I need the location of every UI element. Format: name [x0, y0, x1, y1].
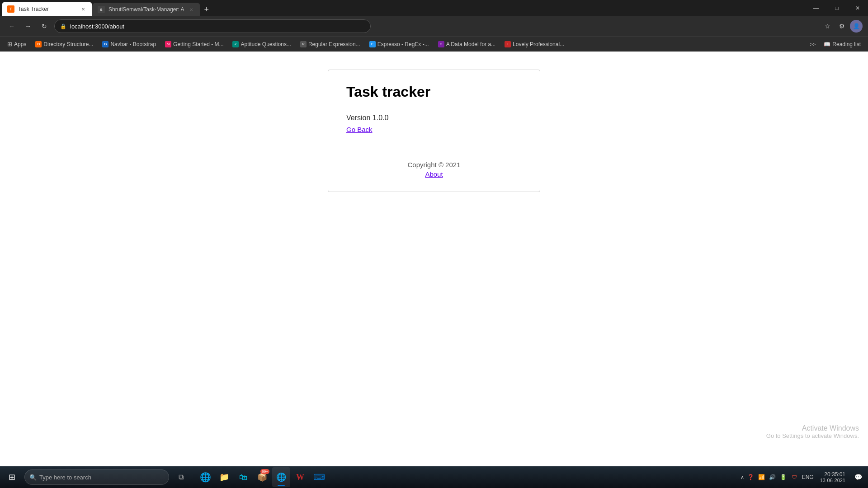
back-button[interactable]: ← — [5, 20, 18, 33]
chrome-active-indicator — [278, 485, 285, 486]
tab-title-task-tracker: Task Tracker — [18, 6, 76, 12]
app-title: Task tracker — [346, 84, 522, 100]
forward-button[interactable]: → — [22, 20, 34, 33]
bookmark-favicon-getting-started: M — [165, 41, 171, 47]
about-link[interactable]: About — [346, 170, 522, 178]
address-input[interactable]: 🔒 localhost:3000/about — [54, 19, 371, 33]
bookmark-regex[interactable]: R Regular Expression... — [297, 39, 364, 49]
taskbar-search[interactable]: 🔍 Type here to search — [24, 469, 169, 485]
profile-avatar[interactable]: 👤 — [850, 20, 863, 33]
task-view-button[interactable]: ⧉ — [172, 467, 190, 487]
tray-expand-icon[interactable]: ∧ — [740, 474, 745, 480]
bookmark-label-regex: Regular Expression... — [308, 41, 360, 47]
bookmark-favicon-aptitude: ✓ — [232, 41, 239, 47]
bookmark-data-model[interactable]: D A Data Model for a... — [434, 39, 499, 49]
counter-badge: 99+ — [260, 469, 269, 474]
window-controls: — □ ✕ — [806, 0, 868, 16]
tab-favicon-task-tracker: T — [7, 5, 14, 13]
help-icon[interactable]: ❓ — [746, 472, 756, 482]
go-back-link[interactable]: Go Back — [346, 126, 373, 133]
bookmark-espresso[interactable]: E Espresso - RegEx -... — [366, 39, 433, 49]
store-icon: 🛍 — [239, 473, 247, 482]
bookmark-favicon-directory: D — [35, 41, 42, 47]
bookmark-star-icon[interactable]: ☆ — [821, 20, 834, 33]
antivirus-icon[interactable]: 🛡 — [789, 472, 799, 482]
taskbar-right: ∧ ❓ 📶 🔊 🔋 🛡 ENG 20:35:01 13-06-2021 💬 — [740, 467, 866, 487]
minimize-button[interactable]: — — [806, 0, 826, 16]
start-button[interactable]: ⊞ — [2, 467, 22, 487]
bookmark-label-espresso: Espresso - RegEx -... — [377, 41, 429, 47]
taskbar-app-word[interactable]: W — [291, 467, 309, 487]
bookmark-label-directory: Directory Structure... — [43, 41, 93, 47]
bookmark-apps-label: Apps — [14, 41, 26, 47]
taskbar-app-vscode[interactable]: ⌨ — [310, 467, 328, 487]
taskbar-search-icon: 🔍 — [29, 474, 37, 481]
bookmark-label-data-model: A Data Model for a... — [446, 41, 495, 47]
bookmarks-more-button[interactable]: >> — [807, 40, 818, 49]
toolbar-icons: ☆ ⚙ 👤 — [821, 20, 863, 33]
copyright-text: Copyright © 2021 — [346, 161, 522, 169]
reload-button[interactable]: ↻ — [38, 20, 51, 33]
reading-list-button[interactable]: 📖 Reading list — [820, 39, 864, 49]
new-tab-button[interactable]: + — [200, 3, 212, 16]
reading-list-label: Reading list — [832, 41, 861, 47]
taskbar-apps: 🌐 📁 🛍 📦 99+ 🌐 W — [196, 467, 328, 487]
network-icon[interactable]: 📶 — [757, 472, 767, 482]
bookmark-favicon-espresso: E — [369, 41, 376, 47]
web-content: Task tracker Version 1.0.0 Go Back Copyr… — [0, 52, 868, 466]
activate-windows-subtitle: Go to Settings to activate Windows. — [766, 432, 859, 439]
activate-windows-title: Activate Windows — [766, 424, 859, 432]
clock-date: 13-06-2021 — [820, 478, 845, 483]
tab-shruti-semwal[interactable]: S ShrutiSemwal/Task-Manager: A ✕ — [92, 3, 200, 16]
volume-icon[interactable]: 🔊 — [768, 472, 778, 482]
task-view-icon: ⧉ — [179, 473, 184, 481]
vscode-icon: ⌨ — [313, 472, 325, 482]
notification-button[interactable]: 💬 — [850, 467, 866, 487]
activate-windows-watermark: Activate Windows Go to Settings to activ… — [766, 424, 859, 439]
bookmark-favicon-regex: R — [300, 41, 307, 47]
file-explorer-icon: 📁 — [219, 472, 229, 482]
bookmark-favicon-data-model: D — [438, 41, 444, 47]
bookmark-directory[interactable]: D Directory Structure... — [32, 39, 97, 49]
settings-icon[interactable]: ⚙ — [835, 20, 848, 33]
word-icon: W — [296, 473, 304, 482]
bookmarks-bar: ⊞ Apps D Directory Structure... B Navbar… — [0, 36, 868, 52]
taskbar-app-chrome[interactable]: 🌐 — [272, 467, 290, 487]
battery-icon[interactable]: 🔋 — [778, 472, 788, 482]
taskbar-app-store[interactable]: 🛍 — [234, 467, 252, 487]
bookmark-label-getting-started: Getting Started - M... — [173, 41, 223, 47]
chrome-icon: 🌐 — [276, 472, 286, 482]
app-card: Task tracker Version 1.0.0 Go Back Copyr… — [328, 70, 540, 192]
taskbar-app-counter[interactable]: 📦 99+ — [253, 467, 271, 487]
edge-icon: 🌐 — [200, 472, 211, 483]
bookmark-favicon-lovely: L — [505, 41, 511, 47]
bookmark-apps[interactable]: ⊞ Apps — [4, 39, 30, 49]
title-bar: T Task Tracker ✕ S ShrutiSemwal/Task-Man… — [0, 0, 868, 16]
bookmark-favicon-navbar: B — [102, 41, 108, 47]
bookmark-getting-started[interactable]: M Getting Started - M... — [161, 39, 227, 49]
bookmark-label-lovely: Lovely Professional... — [513, 41, 564, 47]
language-indicator: ENG — [800, 474, 816, 480]
clock-area[interactable]: 20:35:01 13-06-2021 — [817, 471, 848, 483]
taskbar-app-edge[interactable]: 🌐 — [196, 467, 214, 487]
reading-list-icon: 📖 — [824, 41, 830, 47]
browser-window: T Task Tracker ✕ S ShrutiSemwal/Task-Man… — [0, 0, 868, 488]
url-text: localhost:3000/about — [70, 23, 124, 30]
tab-close-task-tracker[interactable]: ✕ — [80, 5, 87, 13]
tab-favicon-shruti: S — [98, 6, 105, 13]
bookmark-aptitude[interactable]: ✓ Aptitude Questions... — [229, 39, 294, 49]
close-button[interactable]: ✕ — [847, 0, 868, 16]
bookmark-lovely[interactable]: L Lovely Professional... — [501, 39, 568, 49]
tab-title-shruti: ShrutiSemwal/Task-Manager: A — [108, 6, 184, 13]
bookmark-label-navbar: Navbar - Bootstrap — [110, 41, 156, 47]
version-text: Version 1.0.0 — [346, 114, 522, 122]
tab-task-tracker[interactable]: T Task Tracker ✕ — [2, 2, 92, 16]
bookmark-label-aptitude: Aptitude Questions... — [241, 41, 291, 47]
tab-close-shruti[interactable]: ✕ — [188, 6, 195, 13]
taskbar-app-file-explorer[interactable]: 📁 — [215, 467, 233, 487]
address-bar: ← → ↻ 🔒 localhost:3000/about ☆ ⚙ 👤 — [0, 16, 868, 36]
taskbar-search-placeholder: Type here to search — [39, 474, 91, 481]
bookmark-navbar[interactable]: B Navbar - Bootstrap — [99, 39, 160, 49]
taskbar: ⊞ 🔍 Type here to search ⧉ 🌐 📁 🛍 📦 — [0, 466, 868, 488]
maximize-button[interactable]: □ — [826, 0, 847, 16]
